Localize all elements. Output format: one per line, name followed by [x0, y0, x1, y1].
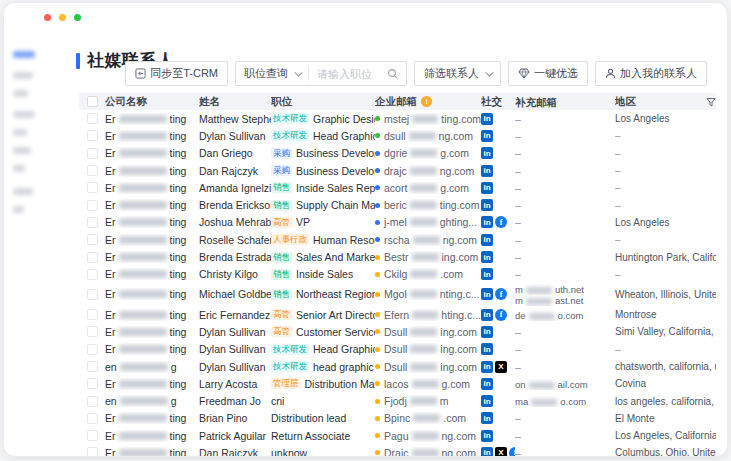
table-row[interactable]: Erting Larry Acosta 管理层 Distribution Man… [79, 375, 716, 392]
row-checkbox[interactable] [87, 269, 98, 280]
sidebar-item[interactable] [13, 72, 33, 79]
linkedin-icon[interactable]: in [481, 268, 493, 280]
sidebar-item[interactable] [13, 90, 28, 97]
search-icon[interactable] [387, 68, 399, 80]
row-checkbox[interactable] [87, 148, 98, 159]
facebook-icon[interactable]: f [495, 288, 507, 300]
filter-funnel-icon[interactable] [706, 97, 716, 107]
sidebar-item[interactable] [13, 51, 35, 58]
x-icon[interactable]: X [495, 361, 507, 373]
sidebar-item[interactable] [13, 147, 31, 154]
position-cell: 技术研发 Head Graphic Desig... [271, 130, 375, 142]
table-row[interactable]: Erting Michael Goldberg 销售 Northeast Reg… [79, 283, 716, 306]
row-checkbox[interactable] [87, 447, 98, 457]
facebook-icon[interactable]: f [495, 309, 507, 321]
linkedin-icon[interactable]: in [481, 147, 493, 159]
table-row[interactable]: Erting Joshua Mehraban 高管 VP j-melghting… [79, 214, 716, 231]
row-checkbox[interactable] [87, 309, 98, 320]
linkedin-icon[interactable]: in [481, 216, 493, 228]
row-checkbox[interactable] [87, 430, 98, 441]
sidebar-item[interactable] [13, 206, 24, 213]
row-checkbox[interactable] [87, 217, 98, 228]
facebook-icon[interactable]: f [495, 216, 507, 228]
linkedin-icon[interactable]: in [481, 288, 493, 300]
linkedin-icon[interactable]: in [481, 343, 493, 355]
table-row[interactable]: Erting Brenda Erickson Pe 销售 Supply Chai… [79, 196, 716, 213]
row-checkbox[interactable] [87, 182, 98, 193]
linkedin-icon[interactable]: in [481, 378, 493, 390]
linkedin-icon[interactable]: in [481, 412, 493, 424]
table-row[interactable]: Erting Eric Fernandez 高管 Senior Art Dire… [79, 306, 716, 323]
table-row[interactable]: Erting Dylan Sullivan 技术研发 Head Graphic … [79, 127, 716, 144]
table-row[interactable]: Erting Brian Pino Distribution lead Bpin… [79, 410, 716, 427]
filter-contacts-dropdown[interactable]: 筛选联系人 [414, 61, 501, 86]
table-row[interactable]: Erting Matthew Stephen 技术研发 Graphic Desi… [79, 110, 716, 127]
linkedin-icon[interactable]: in [481, 234, 493, 246]
region-cell: – [615, 269, 716, 280]
position-cell: 高管 Senior Art Director [271, 309, 375, 321]
table-row[interactable]: Erting Dan Griego 采购 Business Developmen… [79, 145, 716, 162]
linkedin-icon[interactable]: in [481, 326, 493, 338]
linkedin-icon[interactable]: in [481, 251, 493, 263]
row-checkbox[interactable] [87, 326, 98, 337]
sidebar-item[interactable] [13, 129, 27, 136]
linkedin-icon[interactable]: in [481, 361, 493, 373]
linkedin-icon[interactable]: in [481, 199, 493, 211]
position-text: Human Resources Ma... [313, 234, 375, 246]
table-row[interactable]: Erting Brenda Estrada 销售 Sales And Marke… [79, 248, 716, 265]
redacted-company-text [119, 167, 167, 175]
table-row[interactable]: Erting Dylan Sullivan 技术研发 Head Graphic … [79, 341, 716, 358]
linkedin-icon[interactable]: in [481, 130, 493, 142]
add-to-my-contacts-button[interactable]: 加入我的联系人 [595, 61, 707, 86]
row-checkbox[interactable] [87, 378, 98, 389]
one-click-optimize-button[interactable]: 一键优选 [508, 61, 588, 86]
row-checkbox[interactable] [87, 252, 98, 263]
extra-email-cell: – [515, 199, 615, 211]
select-all-checkbox[interactable] [87, 96, 98, 107]
redacted-email-text [412, 115, 438, 123]
row-checkbox[interactable] [87, 165, 98, 176]
email-cell: Dsulling.com [375, 361, 481, 373]
table-row[interactable]: eng Dylan Sullivan 技术研发 head graphic des… [79, 358, 716, 375]
table-row[interactable]: Erting Dylan Sullivan 高管 Customer Servic… [79, 323, 716, 340]
row-checkbox[interactable] [87, 413, 98, 424]
email-info-icon[interactable]: ! [421, 96, 432, 107]
row-checkbox[interactable] [87, 396, 98, 407]
redacted-email-text [410, 201, 437, 209]
linkedin-icon[interactable]: in [481, 309, 493, 321]
table-row[interactable]: Erting Christy Kilgo 销售 Inside Sales Cki… [79, 266, 716, 283]
minimize-window-icon[interactable] [59, 14, 66, 21]
table-row[interactable]: Erting Dan Rajczyk 采购 Business Developme… [79, 162, 716, 179]
table-row[interactable]: Erting Patrick Aguilar Return Associate … [79, 427, 716, 444]
linkedin-icon[interactable]: in [481, 430, 493, 442]
position-query-dropdown[interactable]: 职位查询 [236, 62, 308, 85]
table-row[interactable]: Erting Amanda Ignelzi 销售 Inside Sales Re… [79, 179, 716, 196]
sidebar-item[interactable] [13, 188, 33, 195]
linkedin-icon[interactable]: in [481, 182, 493, 194]
company-cell: Erting [105, 447, 199, 457]
row-checkbox[interactable] [87, 113, 98, 124]
sidebar-item[interactable] [13, 165, 25, 172]
maximize-window-icon[interactable] [74, 14, 81, 21]
row-checkbox[interactable] [87, 289, 98, 300]
table-row[interactable]: Erting Dan Rajczyk unknow Drajcng.com in… [79, 444, 716, 457]
close-window-icon[interactable] [44, 14, 51, 21]
company-cell: Erting [105, 343, 199, 355]
sync-to-tcrm-button[interactable]: 同步至T-CRM [125, 61, 228, 86]
x-icon[interactable]: X [495, 447, 507, 457]
table-row[interactable]: eng Freedman Jo cni Fjodjm in mao.com lo… [79, 392, 716, 409]
row-checkbox[interactable] [87, 344, 98, 355]
row-checkbox[interactable] [87, 361, 98, 372]
linkedin-icon[interactable]: in [481, 113, 493, 125]
linkedin-icon[interactable]: in [481, 165, 493, 177]
position-cell: 技术研发 Head Graphic Desig... [271, 343, 375, 355]
row-checkbox[interactable] [87, 234, 98, 245]
linkedin-icon[interactable]: in [481, 395, 493, 407]
row-checkbox[interactable] [87, 200, 98, 211]
table-row[interactable]: Erting Roselle Schafer 人事行政 Human Resour… [79, 231, 716, 248]
linkedin-icon[interactable]: in [481, 447, 493, 457]
row-checkbox[interactable] [87, 130, 98, 141]
sidebar-item[interactable] [13, 111, 35, 118]
position-search-input[interactable] [309, 68, 387, 80]
contact-name: Brenda Estrada [199, 251, 271, 263]
